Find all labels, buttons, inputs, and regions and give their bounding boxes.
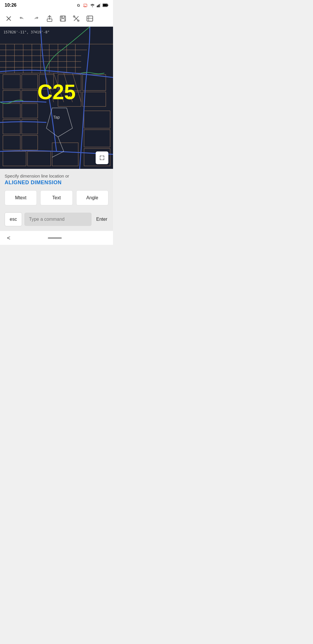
redo-icon xyxy=(32,16,39,21)
wifi-icon xyxy=(90,3,95,7)
share-button[interactable] xyxy=(45,14,54,23)
battery-icon xyxy=(103,3,108,7)
nocut-icon xyxy=(73,15,79,22)
angle-button[interactable]: Angle xyxy=(76,190,108,205)
cast-icon xyxy=(83,3,88,7)
svg-point-63 xyxy=(69,96,70,98)
toolbar xyxy=(0,10,113,27)
svg-rect-14 xyxy=(61,16,65,18)
save-icon xyxy=(60,15,66,22)
bottom-panel: Specify dimension line location or ALIGN… xyxy=(0,169,113,231)
hint-text: Specify dimension line location or xyxy=(5,173,108,178)
command-title: ALIGNED DIMENSION xyxy=(5,180,108,186)
svg-rect-8 xyxy=(108,5,108,6)
home-indicator xyxy=(48,237,62,239)
toolbar-actions xyxy=(17,14,94,23)
svg-rect-2 xyxy=(84,7,85,7)
signal-icon xyxy=(97,3,101,7)
close-icon xyxy=(6,16,12,21)
back-button[interactable]: < xyxy=(7,235,10,241)
share-icon xyxy=(46,15,53,22)
cad-drawing xyxy=(0,27,113,169)
enter-button[interactable]: Enter xyxy=(94,213,110,226)
expand-button[interactable] xyxy=(96,151,108,164)
mtext-button[interactable]: Mtext xyxy=(5,190,37,205)
svg-rect-3 xyxy=(97,6,98,7)
svg-rect-22 xyxy=(0,27,113,169)
g-icon: G xyxy=(77,3,82,8)
undo-button[interactable] xyxy=(17,15,27,23)
redo-button[interactable] xyxy=(31,15,41,23)
command-input[interactable] xyxy=(24,213,92,226)
save-button[interactable] xyxy=(59,14,67,23)
status-time: 10:26 xyxy=(5,3,17,8)
svg-rect-9 xyxy=(103,4,107,6)
coordinates-display: 157826'-11", 37419'-8" xyxy=(3,30,50,34)
nav-bar: < xyxy=(0,231,113,245)
status-icons: G xyxy=(77,3,108,8)
fullscreen-icon xyxy=(86,15,93,22)
command-row: esc Enter xyxy=(5,210,108,231)
tap-hint: Tap xyxy=(53,115,60,120)
text-button[interactable]: Text xyxy=(40,190,72,205)
canvas-area[interactable]: 157826'-11", 37419'-8" xyxy=(0,27,113,169)
expand-icon xyxy=(99,155,105,161)
svg-rect-6 xyxy=(100,3,101,7)
close-button[interactable] xyxy=(5,15,13,23)
option-buttons: Mtext Text Angle xyxy=(5,190,108,205)
svg-rect-4 xyxy=(98,5,99,7)
undo-icon xyxy=(19,16,26,21)
status-bar: 10:26 G xyxy=(0,0,113,10)
esc-button[interactable]: esc xyxy=(5,212,22,226)
svg-rect-21 xyxy=(87,16,93,21)
fullscreen-button[interactable] xyxy=(85,14,94,23)
svg-rect-1 xyxy=(83,4,87,7)
svg-rect-16 xyxy=(62,16,63,17)
svg-rect-15 xyxy=(61,19,65,21)
no-cut-button[interactable] xyxy=(72,14,81,23)
svg-rect-5 xyxy=(99,4,100,8)
svg-text:G: G xyxy=(77,3,80,8)
